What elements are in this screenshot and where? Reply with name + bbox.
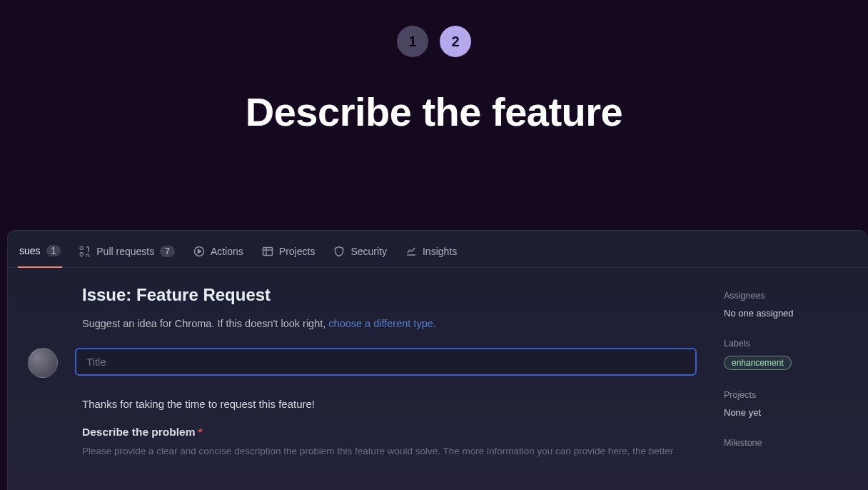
tab-pull-requests[interactable]: Pull requests 7	[78, 240, 176, 267]
step-2-badge: 2	[440, 26, 471, 57]
projects-value: None yet	[724, 407, 854, 418]
github-window: sues 1 Pull requests 7 Actions Projects	[7, 230, 868, 490]
git-pull-request-icon	[79, 246, 91, 257]
svg-rect-1	[263, 247, 272, 255]
tab-issues-count: 1	[46, 245, 61, 256]
tab-actions[interactable]: Actions	[192, 240, 245, 267]
tab-issues[interactable]: sues 1	[18, 239, 62, 268]
tab-issues-label: sues	[19, 245, 41, 256]
labels-label: Labels	[724, 339, 854, 349]
describe-problem-help: Please provide a clear and concise descr…	[82, 446, 697, 456]
hero-title: Describe the feature	[0, 89, 868, 135]
assignees-label: Assignees	[724, 291, 854, 301]
milestone-group[interactable]: Milestone	[724, 438, 854, 448]
describe-problem-label: Describe the problem*	[82, 426, 697, 439]
label-chip-enhancement[interactable]: enhancement	[724, 356, 792, 370]
step-1-badge: 1	[397, 26, 428, 57]
tab-pulls-count: 7	[160, 246, 175, 257]
shield-icon	[333, 246, 345, 257]
choose-different-type-link[interactable]: choose a different type.	[328, 318, 435, 329]
tab-actions-label: Actions	[211, 246, 243, 257]
describe-problem-label-text: Describe the problem	[82, 426, 196, 438]
repo-tabs: sues 1 Pull requests 7 Actions Projects	[8, 231, 868, 268]
tab-projects-label: Projects	[279, 246, 316, 257]
issue-subtext-text: Suggest an idea for Chroma. If this does…	[82, 318, 328, 329]
issue-heading: Issue: Feature Request	[82, 285, 697, 305]
tab-security[interactable]: Security	[332, 240, 388, 267]
table-icon	[262, 246, 273, 257]
tab-projects[interactable]: Projects	[261, 240, 317, 267]
graph-icon	[405, 246, 417, 257]
projects-sidebar-label: Projects	[724, 390, 854, 400]
issue-sidebar: Assignees No one assigned Labels enhance…	[718, 285, 868, 468]
projects-group[interactable]: Projects None yet	[724, 390, 854, 418]
avatar	[28, 348, 58, 378]
tab-security-label: Security	[350, 246, 387, 257]
required-asterisk: *	[198, 426, 203, 438]
thanks-text: Thanks for taking the time to request th…	[82, 398, 697, 410]
milestone-label: Milestone	[724, 438, 854, 448]
assignees-value: No one assigned	[724, 308, 854, 319]
labels-group[interactable]: Labels enhancement	[724, 339, 854, 370]
play-circle-icon	[193, 246, 205, 257]
tab-insights[interactable]: Insights	[404, 240, 458, 267]
tab-insights-label: Insights	[423, 246, 457, 257]
step-indicator: 1 2	[0, 26, 868, 57]
tab-pulls-label: Pull requests	[96, 246, 154, 257]
issue-title-input[interactable]	[75, 348, 697, 376]
issue-subtext: Suggest an idea for Chroma. If this does…	[82, 318, 697, 329]
assignees-group[interactable]: Assignees No one assigned	[724, 291, 854, 319]
